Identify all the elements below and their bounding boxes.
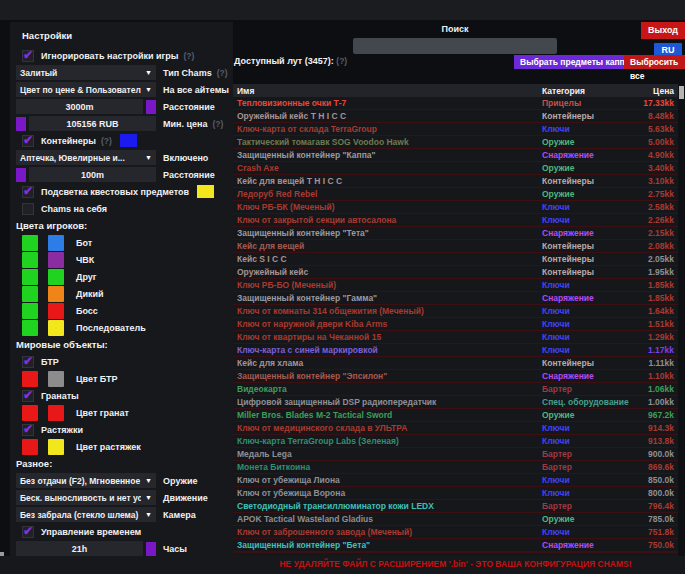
drop-all-button[interactable]: Выбросить все <box>624 55 685 69</box>
loot-row[interactable]: Ключ-карта TerraGroup Labs (Зеленая)Ключ… <box>233 435 678 448</box>
color-swatch[interactable] <box>48 371 64 387</box>
hint-icon[interactable]: (?) <box>101 136 112 146</box>
checkbox[interactable]: ✔ <box>22 186 34 198</box>
color-swatch[interactable] <box>22 303 38 319</box>
loot-row[interactable]: Цифровой защищенный DSP радиопередатчикС… <box>233 396 678 409</box>
column-header-price[interactable]: Цена <box>632 86 678 96</box>
value-input[interactable] <box>16 99 143 114</box>
loot-row[interactable]: Crash AxeОружие3.40kk <box>233 162 678 175</box>
color-pair-label: Босс <box>76 306 98 316</box>
checkbox[interactable]: ✔ <box>22 356 34 368</box>
hint-icon[interactable]: (?) <box>217 68 228 78</box>
loot-row[interactable]: Ключ от убежища ЛионаКлючи850.0k <box>233 474 678 487</box>
loot-scrollbar-thumb[interactable] <box>679 86 684 99</box>
value-input[interactable] <box>29 116 156 131</box>
color-swatch[interactable] <box>22 320 38 336</box>
checkbox[interactable]: ✔ <box>22 50 34 62</box>
checkbox[interactable]: ✔ <box>22 526 34 538</box>
loot-item-name: Ключ от заброшенного завода (Меченый) <box>233 527 542 537</box>
color-swatch[interactable] <box>16 117 26 131</box>
color-swatch[interactable] <box>22 439 38 455</box>
column-header-category[interactable]: Категория <box>542 86 632 96</box>
color-swatch[interactable] <box>146 100 156 114</box>
select-kappa-items-button[interactable]: Выбрать предметы каппа <box>514 55 635 69</box>
loot-item-price: 800.0k <box>632 488 678 498</box>
loot-row[interactable]: Ключ от закрытой секции автосалонаКлючи2… <box>233 214 678 227</box>
color-swatch[interactable] <box>22 252 38 268</box>
loot-scrollbar[interactable] <box>678 84 685 556</box>
color-swatch[interactable] <box>22 371 38 387</box>
loot-row[interactable]: Защищенный контейнер "Бета"Снаряжение750… <box>233 539 678 552</box>
loot-row[interactable]: Ключ от медицинского склада в УЛЬТРАКлюч… <box>233 422 678 435</box>
color-swatch[interactable] <box>120 134 137 147</box>
loot-row[interactable]: Ключ РБ-БО (Меченый)Ключи1.85kk <box>233 279 678 292</box>
checkbox[interactable]: ✔ <box>22 135 34 147</box>
dropdown[interactable]: Цвет по цене & Пользователь▼ <box>16 82 156 97</box>
color-swatch[interactable] <box>22 286 38 302</box>
loot-row[interactable]: Ключ от наружной двери Kiba ArmsКлючи1.5… <box>233 318 678 331</box>
color-swatch[interactable] <box>146 542 156 556</box>
loot-row[interactable]: Светодиодный трансиллюминатор кожи LEDXБ… <box>233 500 678 513</box>
color-swatch[interactable] <box>48 439 64 455</box>
loot-row[interactable]: Ключ от квартиры на Чеканной 15Ключи1.29… <box>233 331 678 344</box>
loot-row[interactable]: Медаль LegaБартер900.0k <box>233 448 678 461</box>
checkbox[interactable]: ✔ <box>22 390 34 402</box>
exit-button[interactable]: Выход <box>641 22 685 39</box>
loot-item-category: Ключи <box>542 527 632 537</box>
loot-row[interactable]: Ключ-карта от склада TerraGroupКлючи5.63… <box>233 123 678 136</box>
color-swatch[interactable] <box>48 303 64 319</box>
hint-icon[interactable]: (?) <box>212 119 223 129</box>
loot-row[interactable]: Miller Bros. Blades M-2 Tactical SwordОр… <box>233 409 678 422</box>
loot-row[interactable]: Кейс для вещейКонтейнеры2.08kk <box>233 240 678 253</box>
color-swatch[interactable] <box>48 320 64 336</box>
column-header-name[interactable]: Имя <box>233 86 542 96</box>
loot-item-category: Бартер <box>542 449 632 459</box>
loot-row[interactable]: ВидеокартаБартер1.06kk <box>233 383 678 396</box>
dropdown[interactable]: Без отдачи (F2), Мгновенное п▼ <box>16 473 156 488</box>
search-input[interactable] <box>353 38 557 54</box>
loot-row[interactable]: Тактический томагавк SOG Voodoo HawkОруж… <box>233 136 678 149</box>
loot-row[interactable]: Защищенный контейнер "Эпсилон"Снаряжение… <box>233 370 678 383</box>
loot-hint-icon[interactable]: (?) <box>336 56 347 66</box>
loot-row[interactable]: Защищенный контейнер "Гамма"Снаряжение1.… <box>233 292 678 305</box>
loot-row[interactable]: Кейс S I C CКонтейнеры2.05kk <box>233 253 678 266</box>
loot-row[interactable]: Ключ от заброшенного завода (Меченый)Клю… <box>233 526 678 539</box>
loot-row[interactable]: Оружейный кейсКонтейнеры1.95kk <box>233 266 678 279</box>
loot-item-category: Контейнеры <box>542 241 632 251</box>
hint-icon[interactable]: (?) <box>183 51 194 61</box>
color-swatch[interactable] <box>16 168 26 182</box>
loot-row[interactable]: Ключ от убежища ВоронаКлючи800.0k <box>233 487 678 500</box>
dropdown[interactable]: Беск. выносливость и нет уста▼ <box>16 490 156 505</box>
loot-row[interactable]: Кейс для вещей T H I C CКонтейнеры3.10kk <box>233 175 678 188</box>
settings-row: Цвет БТР <box>14 370 229 387</box>
loot-row[interactable]: Ледоруб Red RebelОружие2.75kk <box>233 188 678 201</box>
color-swatch[interactable] <box>48 269 64 285</box>
dropdown[interactable]: Без забрала (стекло шлема)▼ <box>16 507 156 522</box>
loot-row[interactable]: Защищенный контейнер "Каппа"Снаряжение4.… <box>233 149 678 162</box>
color-swatch[interactable] <box>48 235 64 251</box>
color-swatch[interactable] <box>48 286 64 302</box>
loot-row[interactable]: APOK Tactical Wasteland GladiusОружие785… <box>233 513 678 526</box>
checkbox[interactable] <box>22 203 34 215</box>
color-swatch[interactable] <box>22 235 38 251</box>
color-swatch[interactable] <box>48 252 64 268</box>
checkbox[interactable]: ✔ <box>22 424 34 436</box>
loot-row[interactable]: Тепловизионные очки Т-7Прицелы17.33kk <box>233 97 678 110</box>
loot-row[interactable]: Ключ-карта с синей маркировкойКлючи1.17k… <box>233 344 678 357</box>
dropdown[interactable]: Залитый▼ <box>16 65 156 80</box>
footer-bar: НЕ УДАЛЯЙТЕ ФАЙЛ С РАСШИРЕНИЕМ '.bin' - … <box>0 556 685 574</box>
value-input[interactable] <box>29 167 156 182</box>
loot-row[interactable]: Ключ от комнаты 314 общежития (Меченый)К… <box>233 305 678 318</box>
loot-row[interactable]: Монета БиткоинаБартер869.6k <box>233 461 678 474</box>
color-swatch[interactable] <box>22 269 38 285</box>
loot-item-name: Защищенный контейнер "Бета" <box>233 540 542 550</box>
loot-row[interactable]: Ключ РБ-БК (Меченый)Ключи2.58kk <box>233 201 678 214</box>
color-swatch[interactable] <box>48 405 64 421</box>
loot-row[interactable]: Защищенный контейнер "Тета"Снаряжение2.1… <box>233 227 678 240</box>
loot-row[interactable]: Кейс для хламаКонтейнеры1.11kk <box>233 357 678 370</box>
color-swatch[interactable] <box>197 185 214 198</box>
color-swatch[interactable] <box>22 405 38 421</box>
value-input[interactable] <box>16 541 143 556</box>
loot-row[interactable]: Оружейный кейс T H I C CКонтейнеры8.48kk <box>233 110 678 123</box>
dropdown[interactable]: Аптечка, Ювелирные и...▼ <box>16 150 156 165</box>
